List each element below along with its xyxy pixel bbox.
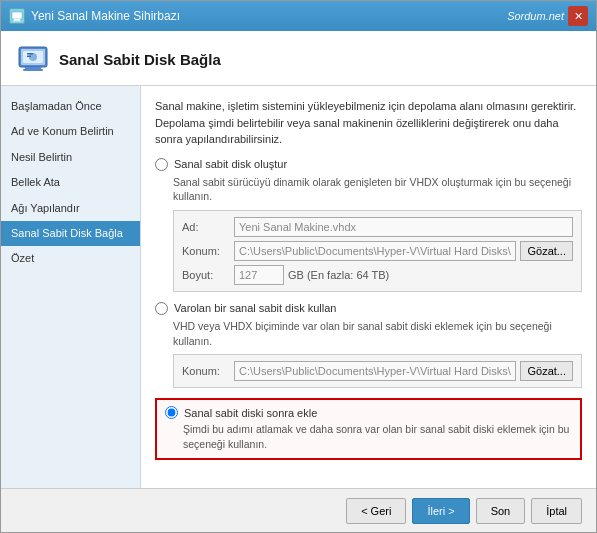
- finish-button[interactable]: Son: [476, 498, 526, 524]
- svg-rect-7: [23, 69, 43, 71]
- svg-rect-1: [14, 19, 20, 21]
- app-icon: [9, 8, 25, 24]
- option1-location-input[interactable]: [234, 241, 516, 261]
- wizard-footer: < Geri İleri > Son İptal: [1, 488, 596, 532]
- option1-size-inputs: GB (En fazla: 64 TB): [234, 265, 389, 285]
- option1-size-input[interactable]: [234, 265, 284, 285]
- svg-rect-9: [27, 53, 33, 55]
- svg-rect-2: [13, 21, 21, 22]
- wizard-header: Sanal Sabit Disk Bağla: [1, 31, 596, 86]
- sidebar-item-ag[interactable]: Ağı Yapılandır: [1, 196, 140, 221]
- option2-location-row: Konum: Gözat...: [182, 361, 573, 381]
- titlebar-title: Yeni Sanal Makine Sihirbazı: [31, 9, 180, 23]
- option3-desc: Şimdi bu adımı atlamak ve daha sonra var…: [183, 422, 572, 451]
- option1-browse-button[interactable]: Gözat...: [520, 241, 573, 261]
- option2-browse-button[interactable]: Gözat...: [520, 361, 573, 381]
- option3-text: Sanal sabit diski sonra ekle: [184, 407, 317, 419]
- sidebar-item-nesil[interactable]: Nesil Belirtin: [1, 145, 140, 170]
- option1-desc: Sanal sabit sürücüyü dinamik olarak geni…: [173, 175, 582, 204]
- option3-radio[interactable]: [165, 406, 178, 419]
- content-area: Sanal makine, işletim sistemini yükleyeb…: [141, 86, 596, 488]
- wizard-window: Yeni Sanal Makine Sihirbazı Sordum.net ✕…: [0, 0, 597, 533]
- sordum-badge: Sordum.net: [507, 10, 564, 22]
- header-title: Sanal Sabit Disk Bağla: [59, 51, 221, 68]
- svg-rect-6: [25, 67, 41, 69]
- option1-location-label: Konum:: [182, 245, 230, 257]
- content-description: Sanal makine, işletim sistemini yükleyeb…: [155, 98, 582, 148]
- option1-label[interactable]: Sanal sabit disk oluştur: [155, 158, 582, 171]
- titlebar-left: Yeni Sanal Makine Sihirbazı: [9, 8, 180, 24]
- option2-fields: Konum: Gözat...: [173, 354, 582, 388]
- sidebar-item-ozet[interactable]: Özet: [1, 246, 140, 271]
- option2-location-input[interactable]: [234, 361, 516, 381]
- option3-group: Sanal sabit diski sonra ekle Şimdi bu ad…: [155, 398, 582, 459]
- option1-radio[interactable]: [155, 158, 168, 171]
- titlebar-right: Sordum.net ✕: [507, 6, 588, 26]
- option1-name-input[interactable]: [234, 217, 573, 237]
- option1-group: Sanal sabit disk oluştur Sanal sabit sür…: [155, 158, 582, 292]
- sidebar-item-baslamadan-once[interactable]: Başlamadan Önce: [1, 94, 140, 119]
- option2-radio[interactable]: [155, 302, 168, 315]
- sidebar-item-ad-konum[interactable]: Ad ve Konum Belirtin: [1, 119, 140, 144]
- header-icon: [17, 43, 49, 75]
- close-button[interactable]: ✕: [568, 6, 588, 26]
- option1-name-label: Ad:: [182, 221, 230, 233]
- main-content: Başlamadan Önce Ad ve Konum Belirtin Nes…: [1, 86, 596, 488]
- option1-name-row: Ad:: [182, 217, 573, 237]
- option1-size-row: Boyut: GB (En fazla: 64 TB): [182, 265, 573, 285]
- titlebar: Yeni Sanal Makine Sihirbazı Sordum.net ✕: [1, 1, 596, 31]
- back-button[interactable]: < Geri: [346, 498, 406, 524]
- option1-size-label: Boyut:: [182, 269, 230, 281]
- option2-desc: VHD veya VHDX biçiminde var olan bir san…: [173, 319, 582, 348]
- option1-fields: Ad: Konum: Gözat... Boyut: GB (En fazla:…: [173, 210, 582, 292]
- option1-location-row: Konum: Gözat...: [182, 241, 573, 261]
- svg-rect-10: [27, 56, 31, 58]
- sidebar-item-bellek[interactable]: Bellek Ata: [1, 170, 140, 195]
- cancel-button[interactable]: İptal: [531, 498, 582, 524]
- option1-text: Sanal sabit disk oluştur: [174, 158, 287, 170]
- option2-text: Varolan bir sanal sabit disk kullan: [174, 302, 336, 314]
- svg-rect-0: [12, 12, 22, 19]
- sidebar: Başlamadan Önce Ad ve Konum Belirtin Nes…: [1, 86, 141, 488]
- option1-size-unit: GB (En fazla: 64 TB): [288, 269, 389, 281]
- option2-label[interactable]: Varolan bir sanal sabit disk kullan: [155, 302, 582, 315]
- sidebar-item-sanal-disk[interactable]: Sanal Sabit Disk Bağla: [1, 221, 140, 246]
- option3-label[interactable]: Sanal sabit diski sonra ekle: [165, 406, 572, 419]
- option2-location-label: Konum:: [182, 365, 230, 377]
- option2-group: Varolan bir sanal sabit disk kullan VHD …: [155, 302, 582, 388]
- next-button[interactable]: İleri >: [412, 498, 469, 524]
